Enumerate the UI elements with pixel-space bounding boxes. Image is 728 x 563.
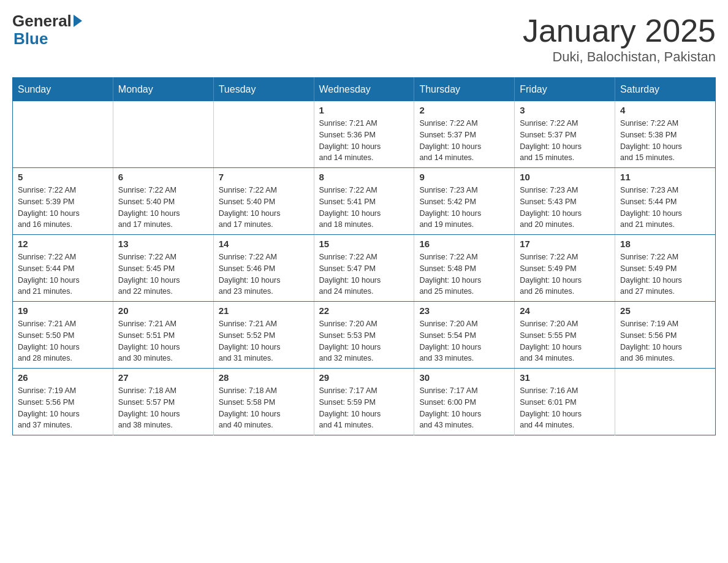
day-info: Sunrise: 7:22 AM Sunset: 5:48 PM Dayligh… <box>419 251 509 297</box>
day-number: 29 <box>319 372 409 383</box>
calendar-cell: 24Sunrise: 7:20 AM Sunset: 5:55 PM Dayli… <box>515 302 615 369</box>
day-number: 18 <box>620 239 710 249</box>
day-number: 4 <box>620 105 710 115</box>
day-number: 28 <box>219 372 309 383</box>
calendar-week-3: 12Sunrise: 7:22 AM Sunset: 5:44 PM Dayli… <box>13 235 716 302</box>
day-info: Sunrise: 7:16 AM Sunset: 6:01 PM Dayligh… <box>520 385 610 431</box>
day-number: 3 <box>520 105 610 115</box>
day-number: 31 <box>520 372 610 383</box>
calendar-cell: 13Sunrise: 7:22 AM Sunset: 5:45 PM Dayli… <box>113 235 213 302</box>
day-number: 23 <box>419 305 509 316</box>
day-number: 8 <box>319 172 409 182</box>
day-info: Sunrise: 7:23 AM Sunset: 5:44 PM Dayligh… <box>620 185 710 231</box>
calendar-cell: 21Sunrise: 7:21 AM Sunset: 5:52 PM Dayli… <box>213 302 314 369</box>
calendar-week-4: 19Sunrise: 7:21 AM Sunset: 5:50 PM Dayli… <box>13 302 716 369</box>
title-area: January 2025 Duki, Balochistan, Pakistan <box>523 12 716 65</box>
calendar-cell: 6Sunrise: 7:22 AM Sunset: 5:40 PM Daylig… <box>113 168 213 235</box>
day-number: 16 <box>419 239 509 249</box>
day-number: 24 <box>520 305 610 316</box>
day-number: 7 <box>219 172 309 182</box>
calendar-cell <box>13 101 113 168</box>
calendar-cell: 30Sunrise: 7:17 AM Sunset: 6:00 PM Dayli… <box>414 369 515 435</box>
day-info: Sunrise: 7:17 AM Sunset: 5:59 PM Dayligh… <box>319 385 409 431</box>
day-info: Sunrise: 7:22 AM Sunset: 5:49 PM Dayligh… <box>620 251 710 297</box>
day-info: Sunrise: 7:21 AM Sunset: 5:50 PM Dayligh… <box>18 318 108 364</box>
day-number: 13 <box>118 239 208 249</box>
day-number: 20 <box>118 305 208 316</box>
day-number: 22 <box>319 305 409 316</box>
day-info: Sunrise: 7:22 AM Sunset: 5:40 PM Dayligh… <box>219 185 309 231</box>
day-number: 14 <box>219 239 309 249</box>
month-title: January 2025 <box>523 12 716 49</box>
page-header: General Blue January 2025 Duki, Balochis… <box>12 12 716 65</box>
day-info: Sunrise: 7:18 AM Sunset: 5:57 PM Dayligh… <box>118 385 208 431</box>
day-info: Sunrise: 7:22 AM Sunset: 5:41 PM Dayligh… <box>319 185 409 231</box>
day-number: 30 <box>419 372 509 383</box>
calendar-cell: 2Sunrise: 7:22 AM Sunset: 5:37 PM Daylig… <box>414 101 515 168</box>
day-info: Sunrise: 7:21 AM Sunset: 5:52 PM Dayligh… <box>219 318 309 364</box>
day-number: 6 <box>118 172 208 182</box>
day-number: 15 <box>319 239 409 249</box>
day-info: Sunrise: 7:22 AM Sunset: 5:37 PM Dayligh… <box>520 118 610 164</box>
calendar-header-row: SundayMondayTuesdayWednesdayThursdayFrid… <box>13 78 716 102</box>
day-info: Sunrise: 7:20 AM Sunset: 5:55 PM Dayligh… <box>520 318 610 364</box>
calendar-cell: 31Sunrise: 7:16 AM Sunset: 6:01 PM Dayli… <box>515 369 615 435</box>
day-info: Sunrise: 7:23 AM Sunset: 5:43 PM Dayligh… <box>520 185 610 231</box>
calendar-header-sunday: Sunday <box>13 78 113 102</box>
calendar-cell: 14Sunrise: 7:22 AM Sunset: 5:46 PM Dayli… <box>213 235 314 302</box>
day-info: Sunrise: 7:22 AM Sunset: 5:46 PM Dayligh… <box>219 251 309 297</box>
calendar-cell: 28Sunrise: 7:18 AM Sunset: 5:58 PM Dayli… <box>213 369 314 435</box>
calendar-header-tuesday: Tuesday <box>213 78 314 102</box>
day-info: Sunrise: 7:17 AM Sunset: 6:00 PM Dayligh… <box>419 385 509 431</box>
calendar-header-wednesday: Wednesday <box>314 78 414 102</box>
calendar-cell: 9Sunrise: 7:23 AM Sunset: 5:42 PM Daylig… <box>414 168 515 235</box>
calendar-cell: 4Sunrise: 7:22 AM Sunset: 5:38 PM Daylig… <box>615 101 716 168</box>
calendar-cell <box>213 101 314 168</box>
day-number: 11 <box>620 172 710 182</box>
day-info: Sunrise: 7:22 AM Sunset: 5:49 PM Dayligh… <box>520 251 610 297</box>
day-number: 1 <box>319 105 409 115</box>
calendar-cell: 26Sunrise: 7:19 AM Sunset: 5:56 PM Dayli… <box>13 369 113 435</box>
calendar-cell <box>113 101 213 168</box>
calendar-week-5: 26Sunrise: 7:19 AM Sunset: 5:56 PM Dayli… <box>13 369 716 435</box>
calendar-cell: 8Sunrise: 7:22 AM Sunset: 5:41 PM Daylig… <box>314 168 414 235</box>
day-number: 26 <box>18 372 108 383</box>
day-number: 2 <box>419 105 509 115</box>
calendar-cell: 7Sunrise: 7:22 AM Sunset: 5:40 PM Daylig… <box>213 168 314 235</box>
calendar-cell: 1Sunrise: 7:21 AM Sunset: 5:36 PM Daylig… <box>314 101 414 168</box>
day-number: 21 <box>219 305 309 316</box>
day-number: 10 <box>520 172 610 182</box>
day-number: 19 <box>18 305 108 316</box>
calendar-cell: 5Sunrise: 7:22 AM Sunset: 5:39 PM Daylig… <box>13 168 113 235</box>
day-info: Sunrise: 7:22 AM Sunset: 5:44 PM Dayligh… <box>18 251 108 297</box>
day-info: Sunrise: 7:22 AM Sunset: 5:40 PM Dayligh… <box>118 185 208 231</box>
day-number: 25 <box>620 305 710 316</box>
day-number: 17 <box>520 239 610 249</box>
day-info: Sunrise: 7:19 AM Sunset: 5:56 PM Dayligh… <box>620 318 710 364</box>
calendar-cell: 11Sunrise: 7:23 AM Sunset: 5:44 PM Dayli… <box>615 168 716 235</box>
calendar-cell: 19Sunrise: 7:21 AM Sunset: 5:50 PM Dayli… <box>13 302 113 369</box>
calendar-cell: 27Sunrise: 7:18 AM Sunset: 5:57 PM Dayli… <box>113 369 213 435</box>
calendar-header-monday: Monday <box>113 78 213 102</box>
calendar-cell: 22Sunrise: 7:20 AM Sunset: 5:53 PM Dayli… <box>314 302 414 369</box>
calendar-cell: 29Sunrise: 7:17 AM Sunset: 5:59 PM Dayli… <box>314 369 414 435</box>
day-info: Sunrise: 7:20 AM Sunset: 5:54 PM Dayligh… <box>419 318 509 364</box>
day-info: Sunrise: 7:22 AM Sunset: 5:38 PM Dayligh… <box>620 118 710 164</box>
day-info: Sunrise: 7:20 AM Sunset: 5:53 PM Dayligh… <box>319 318 409 364</box>
logo-blue-text: Blue <box>12 30 82 48</box>
calendar-cell: 3Sunrise: 7:22 AM Sunset: 5:37 PM Daylig… <box>515 101 615 168</box>
logo-general-text: General <box>12 12 72 30</box>
day-number: 5 <box>18 172 108 182</box>
calendar-header-friday: Friday <box>515 78 615 102</box>
calendar-header-saturday: Saturday <box>615 78 716 102</box>
day-number: 12 <box>18 239 108 249</box>
calendar-cell: 17Sunrise: 7:22 AM Sunset: 5:49 PM Dayli… <box>515 235 615 302</box>
day-info: Sunrise: 7:19 AM Sunset: 5:56 PM Dayligh… <box>18 385 108 431</box>
logo-arrow-icon <box>74 15 82 27</box>
location-title: Duki, Balochistan, Pakistan <box>523 49 716 65</box>
day-info: Sunrise: 7:22 AM Sunset: 5:47 PM Dayligh… <box>319 251 409 297</box>
calendar-cell: 20Sunrise: 7:21 AM Sunset: 5:51 PM Dayli… <box>113 302 213 369</box>
logo: General Blue <box>12 12 82 47</box>
calendar-week-2: 5Sunrise: 7:22 AM Sunset: 5:39 PM Daylig… <box>13 168 716 235</box>
day-number: 27 <box>118 372 208 383</box>
